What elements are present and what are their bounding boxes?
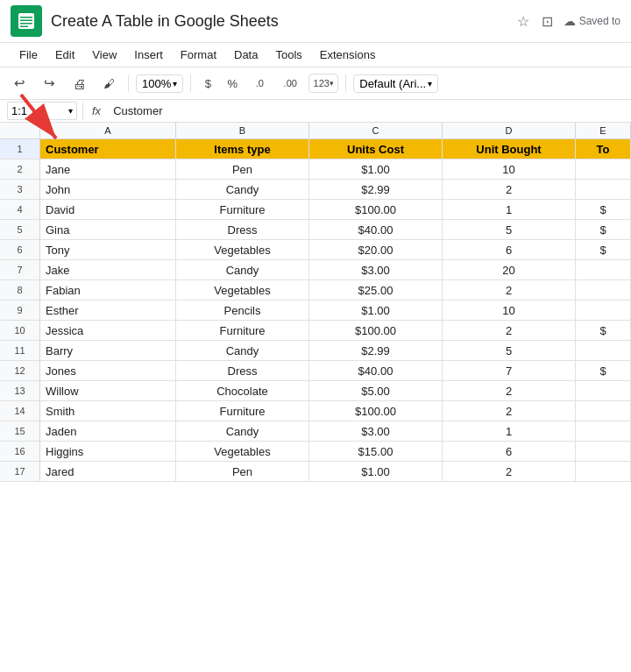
cell-unit-bought[interactable]: 10 <box>443 159 576 179</box>
cell-customer[interactable]: Higgins <box>40 442 176 461</box>
print-button[interactable]: 🖨 <box>67 71 91 95</box>
row-number[interactable]: 4 <box>0 200 40 219</box>
cell-items-type[interactable]: Candy <box>176 421 309 441</box>
row-number[interactable]: 3 <box>0 180 40 199</box>
col-header-a[interactable]: A <box>40 123 176 138</box>
row-number[interactable]: 14 <box>0 401 40 421</box>
cell-units-cost[interactable]: $100.00 <box>309 401 443 421</box>
cell-units-cost[interactable]: $25.00 <box>309 280 443 300</box>
cell-total[interactable]: $ <box>576 361 631 380</box>
cell-customer[interactable]: Esther <box>40 301 176 320</box>
cell-total[interactable]: $ <box>576 240 631 259</box>
cell-total[interactable] <box>576 180 631 199</box>
cell-units-cost[interactable]: $40.00 <box>309 361 443 380</box>
col-header-b[interactable]: B <box>176 123 309 138</box>
menu-insert[interactable]: Insert <box>125 45 172 65</box>
cell-unit-bought[interactable]: 6 <box>443 442 576 461</box>
cell-customer[interactable]: David <box>40 200 176 219</box>
cell-total[interactable]: To <box>576 139 631 159</box>
cell-total[interactable] <box>576 341 631 360</box>
cell-items-type[interactable]: Pen <box>176 462 309 481</box>
cell-unit-bought[interactable]: Unit Bought <box>443 139 576 159</box>
cell-customer[interactable]: Jones <box>40 361 176 380</box>
decimal-right-button[interactable]: .00 <box>277 74 303 93</box>
cell-items-type[interactable]: Furniture <box>176 401 309 421</box>
cell-items-type[interactable]: Chocolate <box>176 381 309 400</box>
cell-unit-bought[interactable]: 20 <box>443 260 576 279</box>
font-selector[interactable]: Default (Ari... ▾ <box>353 74 438 93</box>
cell-items-type[interactable]: Dress <box>176 220 309 239</box>
cell-items-type[interactable]: Pen <box>176 159 309 179</box>
cell-units-cost[interactable]: $5.00 <box>309 381 443 400</box>
row-number[interactable]: 13 <box>0 381 40 400</box>
cell-items-type[interactable]: Furniture <box>176 321 309 340</box>
cell-units-cost[interactable]: Units Cost <box>309 139 443 159</box>
cell-unit-bought[interactable]: 2 <box>443 401 576 421</box>
cell-unit-bought[interactable]: 5 <box>443 220 576 239</box>
star-icon[interactable]: ☆ <box>514 12 532 30</box>
cell-items-type[interactable]: Vegetables <box>176 442 309 461</box>
cell-total[interactable]: $ <box>576 321 631 340</box>
decimal-left-button[interactable]: .0 <box>247 74 272 93</box>
cell-customer[interactable]: Barry <box>40 341 176 360</box>
cell-customer[interactable]: Customer <box>40 139 176 159</box>
cell-items-type[interactable]: Vegetables <box>176 280 309 300</box>
formula-input[interactable]: Customer <box>110 103 624 119</box>
col-header-e[interactable]: E <box>576 123 631 138</box>
cell-total[interactable] <box>576 260 631 279</box>
cell-customer[interactable]: Willow <box>40 381 176 400</box>
cell-total[interactable] <box>576 159 631 179</box>
cell-units-cost[interactable]: $15.00 <box>309 442 443 461</box>
folder-icon[interactable]: ⊡ <box>539 12 557 30</box>
row-number[interactable]: 9 <box>0 301 40 320</box>
row-number[interactable]: 6 <box>0 240 40 259</box>
cell-items-type[interactable]: Furniture <box>176 200 309 219</box>
cell-units-cost[interactable]: $1.00 <box>309 462 443 481</box>
menu-view[interactable]: View <box>83 45 125 65</box>
cell-units-cost[interactable]: $1.00 <box>309 159 443 179</box>
cell-items-type[interactable]: Candy <box>176 341 309 360</box>
row-number[interactable]: 15 <box>0 421 40 441</box>
paint-format-button[interactable]: 🖌 <box>96 71 121 95</box>
cell-units-cost[interactable]: $2.99 <box>309 180 443 199</box>
cell-units-cost[interactable]: $100.00 <box>309 321 443 340</box>
cell-customer[interactable]: Tony <box>40 240 176 259</box>
menu-tools[interactable]: Tools <box>266 45 310 65</box>
row-number[interactable]: 5 <box>0 220 40 239</box>
col-header-d[interactable]: D <box>443 123 576 138</box>
cell-units-cost[interactable]: $20.00 <box>309 240 443 259</box>
menu-format[interactable]: Format <box>172 45 225 65</box>
cell-units-cost[interactable]: $3.00 <box>309 421 443 441</box>
redo-button[interactable]: ↪ <box>37 71 61 95</box>
cell-total[interactable]: $ <box>576 220 631 239</box>
row-number[interactable]: 16 <box>0 442 40 461</box>
cell-unit-bought[interactable]: 2 <box>443 462 576 481</box>
row-number[interactable]: 1 <box>0 139 40 159</box>
cell-customer[interactable]: Gina <box>40 220 176 239</box>
row-number[interactable]: 12 <box>0 361 40 380</box>
format-number-button[interactable]: 123▾ <box>308 74 338 93</box>
cell-units-cost[interactable]: $40.00 <box>309 220 443 239</box>
menu-extensions[interactable]: Extensions <box>311 45 385 65</box>
cell-total[interactable] <box>576 301 631 320</box>
cell-unit-bought[interactable]: 1 <box>443 200 576 219</box>
cell-items-type[interactable]: Pencils <box>176 301 309 320</box>
cell-customer[interactable]: Jane <box>40 159 176 179</box>
row-number[interactable]: 17 <box>0 462 40 481</box>
cell-items-type[interactable]: Candy <box>176 180 309 199</box>
cell-customer[interactable]: John <box>40 180 176 199</box>
cell-customer[interactable]: Fabian <box>40 280 176 300</box>
menu-data[interactable]: Data <box>225 45 266 65</box>
cell-items-type[interactable]: Candy <box>176 260 309 279</box>
undo-button[interactable]: ↩ <box>7 71 32 95</box>
row-number[interactable]: 10 <box>0 321 40 340</box>
cell-unit-bought[interactable]: 10 <box>443 301 576 320</box>
cell-units-cost[interactable]: $100.00 <box>309 200 443 219</box>
row-number[interactable]: 8 <box>0 280 40 300</box>
cell-customer[interactable]: Jaden <box>40 421 176 441</box>
cell-unit-bought[interactable]: 2 <box>443 280 576 300</box>
menu-file[interactable]: File <box>11 45 46 65</box>
cell-unit-bought[interactable]: 2 <box>443 180 576 199</box>
menu-edit[interactable]: Edit <box>46 45 83 65</box>
cell-units-cost[interactable]: $1.00 <box>309 301 443 320</box>
